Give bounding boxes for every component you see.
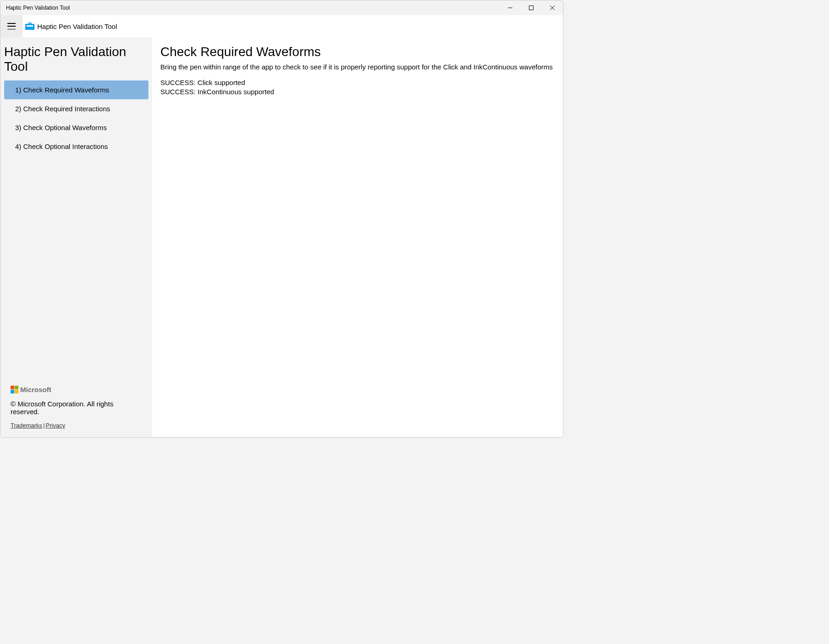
minimize-icon (508, 6, 512, 10)
footer-links: Trademarks|Privacy (11, 422, 142, 429)
microsoft-logo: Microsoft (11, 386, 142, 393)
result-line: SUCCESS: InkContinuous supported (160, 87, 555, 97)
sidebar-item-label: 3) Check Optional Waveforms (15, 124, 107, 131)
svg-rect-1 (529, 6, 534, 10)
titlebar: Haptic Pen Validation Tool (0, 0, 563, 15)
microsoft-logo-icon (11, 386, 18, 393)
window-controls (500, 0, 563, 15)
minimize-button[interactable] (500, 0, 521, 15)
header-app-title: Haptic Pen Validation Tool (37, 23, 117, 30)
sidebar-item-label: 1) Check Required Waveforms (15, 86, 109, 94)
sidebar-items: 1) Check Required Waveforms 2) Check Req… (0, 80, 152, 382)
hamburger-icon (7, 23, 16, 29)
sidebar-item-optional-waveforms[interactable]: 3) Check Optional Waveforms (4, 118, 148, 137)
result-line: SUCCESS: Click supported (160, 78, 555, 87)
copyright-text: © Microsoft Corporation. All rights rese… (11, 400, 142, 416)
sidebar-item-label: 2) Check Required Interactions (15, 105, 110, 113)
body-area: Haptic Pen Validation Tool 1) Check Requ… (0, 37, 563, 437)
sidebar-footer: Microsoft © Microsoft Corporation. All r… (0, 382, 152, 437)
app-toolbox-icon (25, 23, 34, 30)
privacy-link[interactable]: Privacy (45, 422, 65, 429)
sidebar-title: Haptic Pen Validation Tool (0, 42, 152, 80)
maximize-button[interactable] (521, 0, 542, 15)
sidebar-item-required-waveforms[interactable]: 1) Check Required Waveforms (4, 80, 148, 99)
sidebar-item-required-interactions[interactable]: 2) Check Required Interactions (4, 99, 148, 118)
main-description: Bring the pen within range of the app to… (160, 63, 555, 71)
hamburger-button[interactable] (0, 15, 23, 37)
main-heading: Check Required Waveforms (160, 45, 555, 59)
microsoft-logo-text: Microsoft (20, 386, 51, 393)
header-bar: Haptic Pen Validation Tool (0, 15, 563, 37)
sidebar-item-optional-interactions[interactable]: 4) Check Optional Interactions (4, 137, 148, 156)
footer-separator: | (43, 422, 45, 429)
close-icon (550, 6, 555, 10)
trademarks-link[interactable]: Trademarks (11, 422, 42, 429)
close-button[interactable] (542, 0, 563, 15)
maximize-icon (529, 6, 534, 10)
sidebar-item-label: 4) Check Optional Interactions (15, 142, 108, 150)
sidebar: Haptic Pen Validation Tool 1) Check Requ… (0, 37, 152, 437)
main-content: Check Required Waveforms Bring the pen w… (152, 37, 563, 437)
window-title: Haptic Pen Validation Tool (6, 5, 500, 11)
